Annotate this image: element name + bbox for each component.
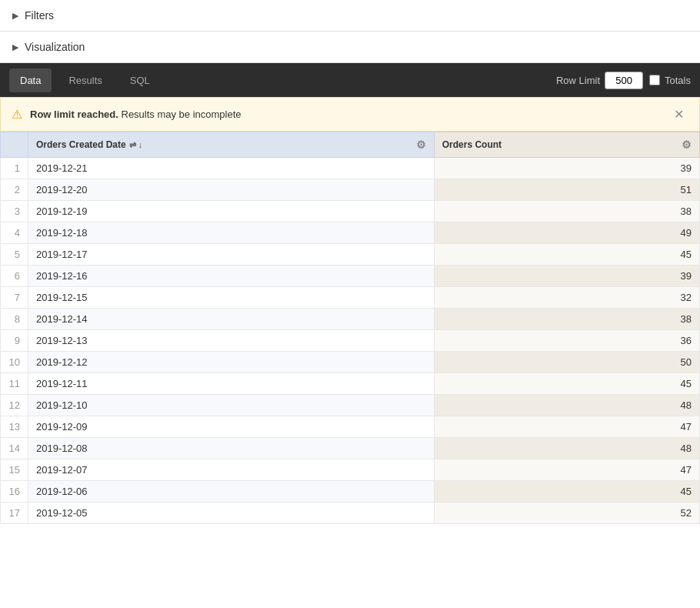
row-count: 48 <box>434 395 699 416</box>
sort-filter-icon[interactable]: ⇌ ↓ <box>129 140 143 150</box>
row-date: 2019-12-17 <box>28 244 435 266</box>
row-date: 2019-12-19 <box>28 201 435 222</box>
warning-text: Row limit reached. Results may be incomp… <box>30 109 662 120</box>
warning-icon: ⚠ <box>12 107 22 122</box>
row-number: 12 <box>1 395 28 416</box>
table-row: 62019-12-1639 <box>1 266 700 287</box>
row-count: 45 <box>434 373 699 395</box>
warning-close-button[interactable]: ✕ <box>669 105 688 123</box>
table-body: 12019-12-213922019-12-205132019-12-19384… <box>1 158 700 524</box>
filters-header[interactable]: ▶ Filters <box>0 0 700 31</box>
row-count: 50 <box>434 352 699 373</box>
row-number: 8 <box>1 309 28 330</box>
row-limit-input[interactable] <box>605 72 643 89</box>
row-count: 52 <box>434 503 699 524</box>
col-header-count: Orders Count ⚙ <box>434 132 699 158</box>
table-row: 132019-12-0947 <box>1 416 700 438</box>
filters-label: Filters <box>25 9 54 22</box>
visualization-label: Visualization <box>25 41 85 53</box>
table-row: 92019-12-1336 <box>1 330 700 352</box>
row-date: 2019-12-11 <box>28 373 435 395</box>
row-date: 2019-12-10 <box>28 395 435 416</box>
row-count: 48 <box>434 438 699 459</box>
totals-area: Totals <box>649 75 691 86</box>
row-date: 2019-12-21 <box>28 158 435 179</box>
row-count: 51 <box>434 179 699 201</box>
table-row: 52019-12-1745 <box>1 244 700 266</box>
row-count: 39 <box>434 266 699 287</box>
row-number: 17 <box>1 503 28 524</box>
tab-results-label: Results <box>68 75 102 86</box>
table-header-row: Orders Created Date ⇌ ↓ ⚙ Orders Count ⚙ <box>1 132 700 158</box>
row-number: 1 <box>1 158 28 179</box>
warning-normal: Results may be incomplete <box>118 109 242 120</box>
row-number: 2 <box>1 179 28 201</box>
warning-banner: ⚠ Row limit reached. Results may be inco… <box>0 97 700 132</box>
row-number: 6 <box>1 266 28 287</box>
col-date-gear-icon[interactable]: ⚙ <box>416 139 426 151</box>
row-date: 2019-12-06 <box>28 481 435 503</box>
col-header-date: Orders Created Date ⇌ ↓ ⚙ <box>28 132 435 158</box>
table-row: 152019-12-0747 <box>1 459 700 481</box>
row-count: 38 <box>434 309 699 330</box>
row-date: 2019-12-08 <box>28 438 435 459</box>
table-row: 122019-12-1048 <box>1 395 700 416</box>
totals-checkbox[interactable] <box>649 75 660 85</box>
row-count: 47 <box>434 416 699 438</box>
row-number: 15 <box>1 459 28 481</box>
row-limit-label: Row Limit <box>556 75 600 86</box>
data-table: Orders Created Date ⇌ ↓ ⚙ Orders Count ⚙ <box>0 132 700 524</box>
table-row: 172019-12-0552 <box>1 503 700 524</box>
table-row: 12019-12-2139 <box>1 158 700 179</box>
row-count: 47 <box>434 459 699 481</box>
tab-sql[interactable]: SQL <box>119 68 161 92</box>
table-row: 82019-12-1438 <box>1 309 700 330</box>
row-count: 45 <box>434 481 699 503</box>
visualization-header[interactable]: ▶ Visualization <box>0 32 700 62</box>
row-number: 3 <box>1 201 28 222</box>
tab-results[interactable]: Results <box>58 68 112 92</box>
col-date-label: Orders Created Date <box>36 139 126 150</box>
row-count: 45 <box>434 244 699 266</box>
row-count: 38 <box>434 201 699 222</box>
row-date: 2019-12-18 <box>28 222 435 244</box>
visualization-arrow: ▶ <box>12 42 18 52</box>
col-count-gear-icon[interactable]: ⚙ <box>682 139 692 151</box>
row-number: 10 <box>1 352 28 373</box>
row-date: 2019-12-07 <box>28 459 435 481</box>
row-date: 2019-12-15 <box>28 287 435 309</box>
row-count: 36 <box>434 330 699 352</box>
row-count: 49 <box>434 222 699 244</box>
table-row: 32019-12-1938 <box>1 201 700 222</box>
row-date: 2019-12-09 <box>28 416 435 438</box>
row-date: 2019-12-13 <box>28 330 435 352</box>
visualization-section: ▶ Visualization <box>0 32 700 63</box>
row-date: 2019-12-16 <box>28 266 435 287</box>
row-number: 16 <box>1 481 28 503</box>
row-number: 14 <box>1 438 28 459</box>
row-count: 39 <box>434 158 699 179</box>
filters-arrow: ▶ <box>12 11 18 21</box>
row-limit-area: Row Limit <box>556 72 643 89</box>
warning-bold: Row limit reached. <box>30 109 118 120</box>
row-date: 2019-12-14 <box>28 309 435 330</box>
row-date: 2019-12-05 <box>28 503 435 524</box>
table-row: 72019-12-1532 <box>1 287 700 309</box>
table-row: 162019-12-0645 <box>1 481 700 503</box>
row-number: 4 <box>1 222 28 244</box>
table-row: 42019-12-1849 <box>1 222 700 244</box>
row-number: 5 <box>1 244 28 266</box>
totals-label: Totals <box>665 75 691 86</box>
tab-data[interactable]: Data <box>9 68 52 92</box>
table-row: 112019-12-1145 <box>1 373 700 395</box>
table-row: 142019-12-0848 <box>1 438 700 459</box>
table-wrapper: Orders Created Date ⇌ ↓ ⚙ Orders Count ⚙ <box>0 132 700 524</box>
row-number: 11 <box>1 373 28 395</box>
row-date: 2019-12-12 <box>28 352 435 373</box>
row-number: 13 <box>1 416 28 438</box>
row-num-header <box>1 132 28 158</box>
row-number: 9 <box>1 330 28 352</box>
data-toolbar: Data Results SQL Row Limit Totals <box>0 63 700 97</box>
filters-section: ▶ Filters <box>0 0 700 32</box>
tab-data-label: Data <box>20 75 41 86</box>
